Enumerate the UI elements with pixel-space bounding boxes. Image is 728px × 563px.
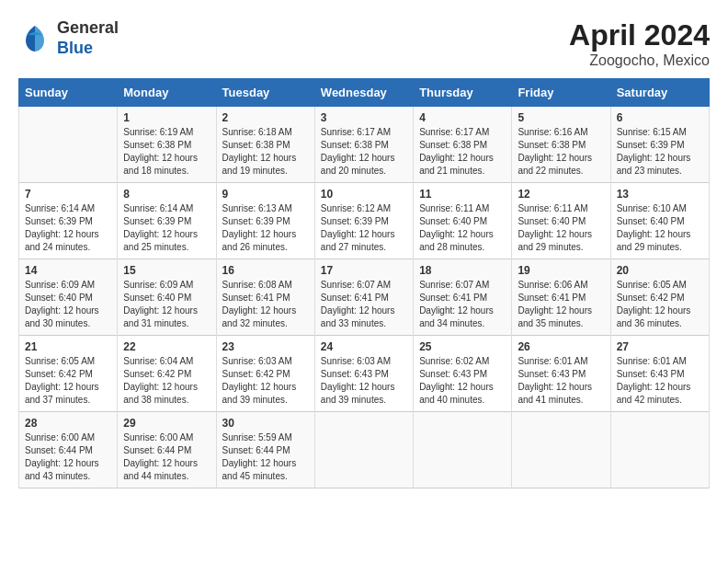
- calendar-cell: 30Sunrise: 5:59 AM Sunset: 6:44 PM Dayli…: [216, 412, 314, 488]
- logo: General Blue: [18, 18, 119, 58]
- calendar-cell: 23Sunrise: 6:03 AM Sunset: 6:42 PM Dayli…: [216, 336, 314, 412]
- day-number: 27: [617, 340, 703, 353]
- day-number: 5: [518, 111, 604, 124]
- day-number: 8: [123, 188, 210, 201]
- day-info: Sunrise: 6:00 AM Sunset: 6:44 PM Dayligh…: [123, 431, 210, 483]
- calendar-cell: 7Sunrise: 6:14 AM Sunset: 6:39 PM Daylig…: [19, 183, 118, 259]
- calendar-cell: 22Sunrise: 6:04 AM Sunset: 6:42 PM Dayli…: [118, 336, 216, 412]
- day-number: 22: [123, 340, 210, 353]
- day-info: Sunrise: 6:03 AM Sunset: 6:42 PM Dayligh…: [222, 355, 309, 407]
- calendar-cell: 18Sunrise: 6:07 AM Sunset: 6:41 PM Dayli…: [414, 259, 512, 336]
- day-info: Sunrise: 6:13 AM Sunset: 6:39 PM Dayligh…: [222, 202, 309, 254]
- calendar-cell: 5Sunrise: 6:16 AM Sunset: 6:38 PM Daylig…: [512, 107, 610, 183]
- calendar-cell: 1Sunrise: 6:19 AM Sunset: 6:38 PM Daylig…: [118, 107, 216, 183]
- week-row-5: 28Sunrise: 6:00 AM Sunset: 6:44 PM Dayli…: [19, 412, 710, 488]
- calendar-cell: 12Sunrise: 6:11 AM Sunset: 6:40 PM Dayli…: [512, 183, 610, 259]
- day-number: 30: [222, 417, 309, 430]
- logo-general-text: General: [57, 18, 119, 39]
- day-info: Sunrise: 6:06 AM Sunset: 6:41 PM Dayligh…: [518, 279, 604, 330]
- day-number: 12: [518, 188, 604, 201]
- day-info: Sunrise: 6:02 AM Sunset: 6:43 PM Dayligh…: [419, 355, 506, 407]
- calendar-cell: 24Sunrise: 6:03 AM Sunset: 6:43 PM Dayli…: [314, 336, 413, 412]
- calendar-cell: 19Sunrise: 6:06 AM Sunset: 6:41 PM Dayli…: [512, 259, 610, 336]
- calendar-cell: 28Sunrise: 6:00 AM Sunset: 6:44 PM Dayli…: [19, 412, 118, 488]
- logo-text: General Blue: [57, 18, 119, 58]
- day-number: 26: [518, 340, 604, 353]
- day-number: 18: [419, 264, 506, 277]
- calendar-cell: 8Sunrise: 6:14 AM Sunset: 6:39 PM Daylig…: [118, 183, 216, 259]
- day-header-tuesday: Tuesday: [216, 79, 314, 107]
- day-number: 13: [617, 188, 703, 201]
- week-row-3: 14Sunrise: 6:09 AM Sunset: 6:40 PM Dayli…: [19, 259, 710, 336]
- day-header-sunday: Sunday: [19, 79, 118, 107]
- day-number: 29: [123, 417, 210, 430]
- day-number: 28: [25, 417, 111, 430]
- day-info: Sunrise: 6:09 AM Sunset: 6:40 PM Dayligh…: [123, 279, 210, 330]
- day-number: 1: [123, 111, 210, 124]
- calendar-cell: 27Sunrise: 6:01 AM Sunset: 6:43 PM Dayli…: [610, 336, 709, 412]
- logo-blue-text: Blue: [57, 39, 119, 59]
- day-info: Sunrise: 6:10 AM Sunset: 6:40 PM Dayligh…: [617, 202, 703, 254]
- day-number: 15: [123, 264, 210, 277]
- calendar-cell: 21Sunrise: 6:05 AM Sunset: 6:42 PM Dayli…: [19, 336, 118, 412]
- calendar-cell: 11Sunrise: 6:11 AM Sunset: 6:40 PM Dayli…: [414, 183, 512, 259]
- day-info: Sunrise: 6:07 AM Sunset: 6:41 PM Dayligh…: [419, 279, 506, 330]
- title-area: April 2024 Zoogocho, Mexico: [569, 18, 710, 69]
- day-info: Sunrise: 6:03 AM Sunset: 6:43 PM Dayligh…: [321, 355, 407, 407]
- day-info: Sunrise: 6:08 AM Sunset: 6:41 PM Dayligh…: [222, 279, 309, 330]
- day-info: Sunrise: 6:15 AM Sunset: 6:39 PM Dayligh…: [617, 126, 703, 178]
- day-info: Sunrise: 6:19 AM Sunset: 6:38 PM Dayligh…: [123, 126, 210, 178]
- day-number: 11: [419, 188, 506, 201]
- day-number: 10: [321, 188, 407, 201]
- day-info: Sunrise: 6:00 AM Sunset: 6:44 PM Dayligh…: [25, 431, 111, 483]
- day-header-friday: Friday: [512, 79, 610, 107]
- logo-icon: [18, 22, 51, 55]
- day-info: Sunrise: 6:14 AM Sunset: 6:39 PM Dayligh…: [25, 202, 111, 254]
- calendar-table: SundayMondayTuesdayWednesdayThursdayFrid…: [18, 78, 710, 488]
- calendar-cell: [314, 412, 413, 488]
- day-header-thursday: Thursday: [414, 79, 512, 107]
- header: General Blue April 2024 Zoogocho, Mexico: [18, 18, 710, 69]
- calendar-cell: [19, 107, 118, 183]
- day-number: 16: [222, 264, 309, 277]
- day-number: 23: [222, 340, 309, 353]
- day-info: Sunrise: 6:18 AM Sunset: 6:38 PM Dayligh…: [222, 126, 309, 178]
- day-info: Sunrise: 6:09 AM Sunset: 6:40 PM Dayligh…: [25, 279, 111, 330]
- day-info: Sunrise: 6:17 AM Sunset: 6:38 PM Dayligh…: [419, 126, 506, 178]
- day-info: Sunrise: 6:11 AM Sunset: 6:40 PM Dayligh…: [419, 202, 506, 254]
- calendar-cell: 26Sunrise: 6:01 AM Sunset: 6:43 PM Dayli…: [512, 336, 610, 412]
- calendar-cell: 14Sunrise: 6:09 AM Sunset: 6:40 PM Dayli…: [19, 259, 118, 336]
- day-number: 4: [419, 111, 506, 124]
- day-info: Sunrise: 6:04 AM Sunset: 6:42 PM Dayligh…: [123, 355, 210, 407]
- month-year: April 2024: [569, 18, 710, 52]
- day-info: Sunrise: 6:01 AM Sunset: 6:43 PM Dayligh…: [617, 355, 703, 407]
- day-info: Sunrise: 5:59 AM Sunset: 6:44 PM Dayligh…: [222, 431, 309, 483]
- day-header-monday: Monday: [118, 79, 216, 107]
- day-number: 25: [419, 340, 506, 353]
- calendar-cell: [610, 412, 709, 488]
- day-info: Sunrise: 6:05 AM Sunset: 6:42 PM Dayligh…: [617, 279, 703, 330]
- calendar-body: 1Sunrise: 6:19 AM Sunset: 6:38 PM Daylig…: [19, 107, 710, 488]
- day-info: Sunrise: 6:16 AM Sunset: 6:38 PM Dayligh…: [518, 126, 604, 178]
- calendar-cell: 16Sunrise: 6:08 AM Sunset: 6:41 PM Dayli…: [216, 259, 314, 336]
- day-number: 24: [321, 340, 407, 353]
- header-row: SundayMondayTuesdayWednesdayThursdayFrid…: [19, 79, 710, 107]
- week-row-4: 21Sunrise: 6:05 AM Sunset: 6:42 PM Dayli…: [19, 336, 710, 412]
- calendar-header: SundayMondayTuesdayWednesdayThursdayFrid…: [19, 79, 710, 107]
- day-info: Sunrise: 6:07 AM Sunset: 6:41 PM Dayligh…: [321, 279, 407, 330]
- day-info: Sunrise: 6:05 AM Sunset: 6:42 PM Dayligh…: [25, 355, 111, 407]
- day-number: 20: [617, 264, 703, 277]
- day-header-wednesday: Wednesday: [314, 79, 413, 107]
- week-row-1: 1Sunrise: 6:19 AM Sunset: 6:38 PM Daylig…: [19, 107, 710, 183]
- day-info: Sunrise: 6:12 AM Sunset: 6:39 PM Dayligh…: [321, 202, 407, 254]
- day-number: 3: [321, 111, 407, 124]
- calendar-cell: 10Sunrise: 6:12 AM Sunset: 6:39 PM Dayli…: [314, 183, 413, 259]
- day-number: 6: [617, 111, 703, 124]
- day-number: 19: [518, 264, 604, 277]
- calendar-cell: [414, 412, 512, 488]
- calendar-cell: [512, 412, 610, 488]
- day-info: Sunrise: 6:01 AM Sunset: 6:43 PM Dayligh…: [518, 355, 604, 407]
- calendar-cell: 29Sunrise: 6:00 AM Sunset: 6:44 PM Dayli…: [118, 412, 216, 488]
- calendar-cell: 9Sunrise: 6:13 AM Sunset: 6:39 PM Daylig…: [216, 183, 314, 259]
- calendar-cell: 3Sunrise: 6:17 AM Sunset: 6:38 PM Daylig…: [314, 107, 413, 183]
